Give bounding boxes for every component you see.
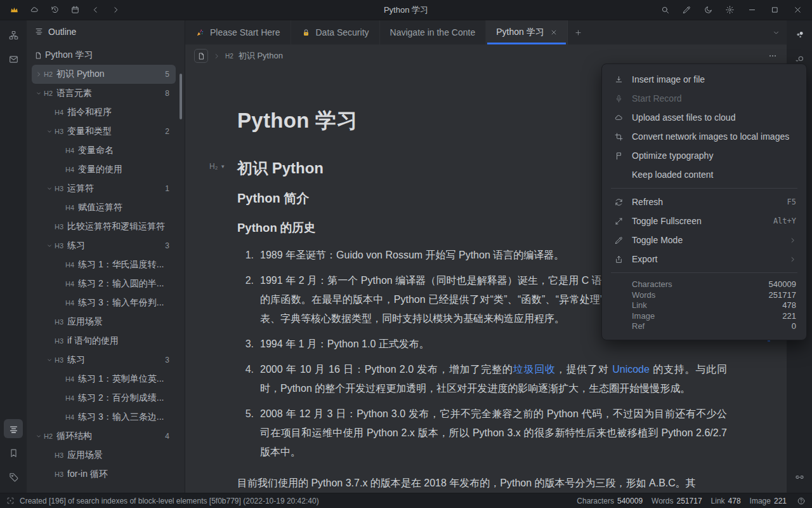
outline-item[interactable]: H3应用场景: [32, 312, 176, 331]
crown-icon[interactable]: [5, 3, 23, 18]
tab-label: Navigate in the Conte: [390, 27, 476, 37]
window-maximize-icon[interactable]: [765, 3, 784, 18]
outline-doc-row[interactable]: Python 学习: [32, 46, 176, 65]
file-tree-icon[interactable]: [4, 25, 23, 44]
heading-gutter[interactable]: H₂▼: [209, 162, 225, 171]
outline-item[interactable]: H4练习 2：输入圆的半...: [32, 274, 176, 293]
outline-item[interactable]: H4练习 1：华氏温度转...: [32, 255, 176, 274]
outline-panel-header[interactable]: Outline: [27, 20, 185, 43]
collapse-triangle-icon[interactable]: ▼: [220, 164, 225, 170]
menu-stat-value: 0: [792, 321, 796, 332]
backlinks-icon[interactable]: [790, 467, 809, 486]
menu-stats-block: Characters540009Words251717Link478Image2…: [602, 277, 806, 335]
outline-item[interactable]: H4练习 3：输入年份判...: [32, 293, 176, 312]
outline-item-label: 练习: [67, 354, 85, 366]
statusbar-stat-value: 251717: [677, 497, 702, 505]
menu-item-optimize-typography[interactable]: Optimize typography: [602, 146, 806, 165]
outline-item[interactable]: H4练习 1：英制单位英...: [32, 370, 176, 389]
settings-gear-icon[interactable]: [721, 3, 738, 18]
outline-item[interactable]: H3比较运算符和逻辑运算符: [32, 217, 176, 236]
menu-item-upload-asset-files-to-cloud[interactable]: Upload asset files to cloud: [602, 108, 806, 127]
chevron-down-icon[interactable]: [44, 243, 55, 249]
menu-stat-row: Words251717: [632, 290, 796, 301]
chevron-right-icon[interactable]: [33, 71, 44, 77]
tab-overflow-chevron-icon[interactable]: [765, 20, 787, 44]
bookmark-icon[interactable]: [4, 443, 23, 462]
heading-level-badge: H2: [44, 90, 53, 97]
menu-item-keep-loaded-content[interactable]: Keep loaded content: [602, 165, 806, 184]
chevron-down-icon[interactable]: [44, 185, 55, 192]
heading-level-badge: H4: [65, 299, 74, 307]
menu-stat-label: Link: [632, 300, 647, 311]
outline-item[interactable]: H4指令和程序: [32, 103, 176, 122]
daily-note-icon[interactable]: [66, 3, 84, 18]
insert-file-icon: [613, 74, 624, 84]
menu-item-insert-image-or-file[interactable]: Insert image or file: [602, 70, 806, 89]
outline-item[interactable]: H4赋值运算符: [32, 198, 176, 217]
outline-item-count: 3: [165, 356, 176, 364]
menu-item-convert-network-images-to-local-images[interactable]: Convert network images to local images: [602, 127, 806, 146]
edit-icon[interactable]: [678, 3, 695, 18]
inline-link[interactable]: Unicode: [612, 364, 650, 375]
help-icon[interactable]: [797, 497, 806, 505]
menu-item-toggle-fullscreen[interactable]: Toggle FullscreenAlt+Y: [602, 211, 806, 231]
tag-icon[interactable]: [4, 467, 23, 486]
statusbar-stat-value: 221: [774, 497, 787, 505]
menu-item-export[interactable]: Export: [602, 250, 806, 269]
list-item-text[interactable]: 2008 年 12 月 3 日：Python 3.0 发布，它并不完全兼容之前的…: [260, 404, 727, 462]
outline-item[interactable]: H4练习 2：百分制成绩...: [32, 389, 176, 408]
menu-item-toggle-mode[interactable]: Toggle Mode: [602, 231, 806, 250]
outline-icon[interactable]: [4, 419, 23, 438]
menu-item-refresh[interactable]: RefreshF5: [602, 192, 806, 211]
outline-scrollbar-thumb[interactable]: [180, 74, 182, 119]
outline-item[interactable]: H3练习3: [32, 351, 176, 370]
text-segment: 2000 年 10 月 16 日：Python 2.0 发布，增加了完整的: [260, 364, 513, 375]
tab-item[interactable]: Please Start Here: [185, 20, 291, 44]
list-item-number: 4.: [237, 360, 254, 398]
outline-item-label: 比较运算符和逻辑运算符: [67, 221, 165, 232]
tab-close-icon[interactable]: [551, 29, 557, 36]
new-tab-button[interactable]: [568, 20, 589, 44]
nav-back-icon[interactable]: [86, 3, 104, 18]
outline-item[interactable]: H3for-in 循环: [32, 465, 176, 484]
chevron-down-icon[interactable]: [44, 357, 55, 363]
history-icon[interactable]: [46, 3, 63, 18]
outline-item[interactable]: H2语言元素8: [32, 84, 176, 103]
tab-item[interactable]: Navigate in the Conte: [380, 20, 487, 44]
window-minimize-icon[interactable]: [742, 3, 761, 18]
inline-link[interactable]: 垃圾回收: [513, 364, 556, 375]
outline-item[interactable]: H4练习 3：输入三条边...: [32, 408, 176, 427]
titlebar-left-icons: [5, 3, 124, 18]
inbox-icon[interactable]: [4, 50, 23, 69]
typography-icon: [613, 150, 624, 161]
outline-item-label: 练习 1：英制单位英...: [78, 373, 164, 385]
outline-item[interactable]: H4变量命名: [32, 141, 176, 160]
tab-active[interactable]: Python 学习: [486, 20, 567, 44]
outline-item-count: 8: [165, 89, 176, 98]
more-options-icon[interactable]: [768, 51, 778, 61]
tab-item[interactable]: Data Security: [291, 20, 380, 44]
global-search-icon[interactable]: [656, 3, 674, 18]
menu-icon-spacer: [613, 170, 624, 180]
outline-item[interactable]: H3应用场景: [32, 446, 176, 465]
nav-forward-icon[interactable]: [107, 3, 124, 18]
breadcrumb-heading-label[interactable]: 初识 Python: [239, 50, 283, 62]
breadcrumb-doc-button[interactable]: [194, 49, 208, 63]
graph-icon[interactable]: [790, 25, 809, 44]
list-item-text[interactable]: 2000 年 10 月 16 日：Python 2.0 发布，增加了完整的垃圾回…: [260, 360, 727, 398]
chevron-down-icon[interactable]: [33, 433, 44, 439]
trailing-paragraph[interactable]: 目前我们使用的 Python 3.7.x 的版本是在 2018 年发布的，Pyt…: [237, 474, 727, 493]
chevron-down-icon[interactable]: [44, 128, 55, 135]
outline-item-label: 变量的使用: [78, 164, 122, 175]
outline-item[interactable]: H3运算符1: [32, 179, 176, 198]
chevron-down-icon[interactable]: [33, 90, 44, 97]
outline-item[interactable]: H3变量和类型2: [32, 122, 176, 141]
outline-item[interactable]: H3if 语句的使用: [32, 331, 176, 351]
cloud-sync-icon[interactable]: [25, 3, 43, 18]
window-close-icon[interactable]: [788, 3, 807, 18]
outline-item[interactable]: H4变量的使用: [32, 160, 176, 179]
outline-item[interactable]: H2循环结构4: [32, 427, 176, 446]
outline-item[interactable]: H3练习3: [32, 236, 176, 255]
theme-moon-icon[interactable]: [699, 3, 717, 18]
outline-item[interactable]: H2初识 Python5: [32, 65, 176, 84]
